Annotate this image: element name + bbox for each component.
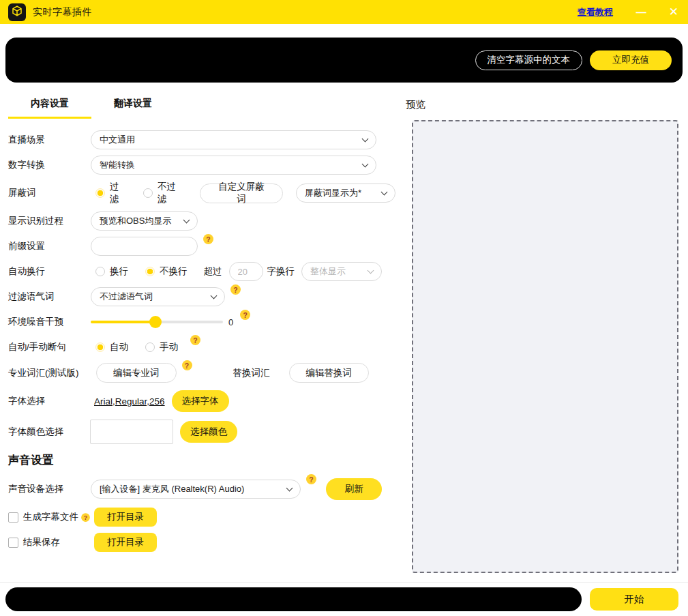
help-icon[interactable]: ? [230, 284, 241, 295]
noise-value: 0 [228, 317, 233, 327]
result-save-checkbox[interactable] [8, 538, 18, 548]
sound-device-select[interactable]: [输入设备] 麦克风 (Realtek(R) Audio) [91, 480, 301, 499]
radio-no-filter[interactable] [143, 188, 153, 198]
tab-translate-settings[interactable]: 翻译设置 [91, 98, 175, 119]
filter-modal-value: 不过滤语气词 [100, 291, 153, 303]
title-bar: 实时字幕插件 查看教程 — ✕ [0, 0, 688, 24]
radio-filter[interactable] [95, 188, 105, 198]
row-filter-modal: 过滤语气词 不过滤语气词 ? [8, 287, 395, 306]
recharge-button[interactable]: 立即充值 [590, 50, 672, 70]
wrap-mode-value: 整体显示 [310, 265, 346, 278]
choose-color-button[interactable]: 选择颜色 [180, 421, 237, 443]
open-subtitle-dir-button[interactable]: 打开目录 [94, 508, 157, 527]
help-icon[interactable]: ? [203, 234, 213, 244]
tab-content-settings[interactable]: 内容设置 [8, 98, 91, 119]
chevron-down-icon [286, 485, 293, 492]
radio-auto-break[interactable] [95, 342, 105, 352]
live-scene-select[interactable]: 中文通用 [91, 130, 376, 149]
choose-font-button[interactable]: 选择字体 [172, 390, 229, 412]
edit-replace-words-button[interactable]: 编辑替换词 [289, 363, 370, 383]
noise-slider-fill [91, 321, 155, 323]
chevron-down-icon [211, 293, 218, 299]
main-area: 内容设置 翻译设置 直播场景 中文通用 数字转换 智能转换 屏蔽词 过滤 不过滤 [0, 83, 688, 573]
filter-modal-label: 过滤语气词 [8, 291, 91, 303]
top-banner: 清空字幕源中的文本 立即充值 [5, 38, 683, 83]
row-noise: 环境噪音干预 0 ? [8, 312, 395, 332]
prefix-label: 前缀设置 [8, 240, 91, 252]
subtitle-status-bar [5, 587, 582, 611]
chevron-down-icon [183, 217, 190, 224]
help-icon[interactable]: ? [306, 474, 316, 484]
row-auto-wrap: 自动换行 换行 不换行 超过 字换行 整体显示 [8, 262, 395, 281]
tutorial-link[interactable]: 查看教程 [578, 6, 613, 18]
preview-panel: 预览 [395, 98, 678, 573]
help-icon[interactable]: ? [182, 360, 192, 370]
show-process-select[interactable]: 预览和OBS均显示 [91, 211, 198, 231]
radio-manual-break-label: 手动 [160, 341, 178, 353]
row-sound-device: 声音设备选择 [输入设备] 麦克风 (Realtek(R) Audio) ? 刷… [8, 477, 395, 501]
font-color-input[interactable] [90, 420, 173, 444]
replace-words-label: 替换词汇 [233, 367, 270, 379]
live-scene-label: 直播场景 [8, 134, 91, 146]
row-blocked-words: 屏蔽词 过滤 不过滤 自定义屏蔽词 屏蔽词显示为* [8, 181, 395, 205]
refresh-device-button[interactable]: 刷新 [326, 478, 382, 500]
live-scene-value: 中文通用 [100, 134, 135, 146]
blocked-words-label: 屏蔽词 [8, 187, 91, 199]
number-convert-select[interactable]: 智能转换 [91, 156, 376, 175]
pro-words-label: 专业词汇(测试版) [8, 367, 96, 379]
chevron-down-icon [381, 189, 388, 196]
preview-title: 预览 [406, 98, 678, 111]
row-font-select: 字体选择 Arial,Regular,256 选择字体 [8, 389, 395, 413]
edit-pro-words-button[interactable]: 编辑专业词 [96, 363, 177, 383]
wrap-mode-select[interactable]: 整体显示 [301, 262, 382, 281]
noise-slider[interactable] [91, 316, 223, 328]
preview-box [412, 120, 678, 573]
auto-wrap-label: 自动换行 [8, 265, 91, 278]
help-icon[interactable]: ? [190, 335, 200, 345]
noise-slider-handle[interactable] [149, 316, 162, 328]
settings-tabs: 内容设置 翻译设置 [8, 98, 395, 119]
settings-panel: 内容设置 翻译设置 直播场景 中文通用 数字转换 智能转换 屏蔽词 过滤 不过滤 [8, 98, 395, 573]
row-live-scene: 直播场景 中文通用 [8, 130, 395, 149]
sound-device-label: 声音设备选择 [8, 483, 91, 495]
start-button[interactable]: 开始 [590, 588, 678, 611]
radio-wrap[interactable] [95, 267, 105, 276]
help-icon[interactable]: ? [240, 310, 250, 320]
sentence-break-label: 自动/手动断句 [8, 341, 91, 353]
app-title: 实时字幕插件 [33, 6, 92, 18]
radio-no-wrap[interactable] [145, 267, 155, 276]
result-save-label: 结果保存 [23, 536, 60, 548]
prefix-input[interactable] [91, 237, 198, 256]
subtitle-file-checkbox[interactable] [8, 512, 18, 523]
chevron-down-icon [362, 136, 369, 143]
help-icon[interactable]: ? [81, 513, 90, 522]
open-result-dir-button[interactable]: 打开目录 [94, 533, 157, 552]
current-font-link[interactable]: Arial,Regular,256 [94, 396, 165, 407]
show-process-value: 预览和OBS均显示 [100, 215, 171, 227]
subtitle-file-label: 生成字幕文件 [23, 511, 78, 523]
show-process-label: 显示识别过程 [8, 215, 91, 227]
noise-label: 环境噪音干预 [8, 316, 91, 328]
radio-manual-break[interactable] [145, 342, 155, 352]
wrap-suffix-label: 字换行 [267, 265, 295, 278]
row-result-save: 结果保存 打开目录 [8, 533, 395, 552]
row-pro-words: 专业词汇(测试版) 编辑专业词 ? 替换词汇 编辑替换词 [8, 363, 395, 383]
number-convert-value: 智能转换 [100, 159, 135, 171]
blocked-words-display-select[interactable]: 屏蔽词显示为* [296, 184, 395, 203]
exceed-count-input[interactable] [229, 262, 263, 281]
row-subtitle-file: 生成字幕文件 ? 打开目录 [8, 508, 395, 527]
row-number-convert: 数字转换 智能转换 [8, 156, 395, 175]
exceed-label: 超过 [204, 265, 222, 278]
filter-modal-select[interactable]: 不过滤语气词 [91, 287, 225, 306]
chevron-down-icon [368, 267, 374, 274]
close-button[interactable]: ✕ [669, 6, 678, 18]
number-convert-label: 数字转换 [8, 159, 91, 171]
cube-icon [11, 5, 23, 20]
row-sentence-break: 自动/手动断句 自动 手动 ? [8, 338, 395, 357]
minimize-button[interactable]: — [636, 7, 646, 17]
custom-blocked-words-button[interactable]: 自定义屏蔽词 [200, 184, 283, 203]
radio-no-filter-label: 不过滤 [158, 181, 182, 205]
radio-filter-label: 过滤 [110, 181, 126, 205]
clear-subtitle-text-button[interactable]: 清空字幕源中的文本 [475, 50, 583, 70]
font-select-label: 字体选择 [8, 395, 91, 407]
